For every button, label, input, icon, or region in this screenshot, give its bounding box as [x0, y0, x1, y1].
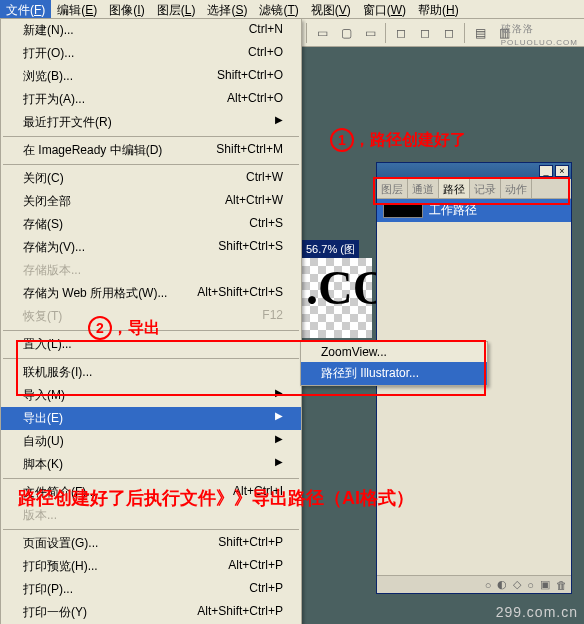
menu-item[interactable]: 打印预览(H)...Alt+Ctrl+P [1, 555, 301, 578]
menu-file[interactable]: 文件(F) [0, 0, 51, 18]
menu-item[interactable]: 页面设置(G)...Shift+Ctrl+P [1, 532, 301, 555]
menu-edit[interactable]: 编辑(E) [51, 0, 103, 18]
submenu-item[interactable]: ZoomView... [301, 342, 487, 362]
menu-shortcut: Shift+Ctrl+P [218, 535, 283, 552]
menu-item[interactable]: 打开(O)...Ctrl+O [1, 42, 301, 65]
menu-item-label: 打开(O)... [23, 45, 74, 62]
tool-btn-1[interactable]: ▭ [311, 22, 333, 44]
menu-select[interactable]: 选择(S) [201, 0, 253, 18]
footer-icon[interactable]: ○ [527, 579, 534, 591]
tool-btn-2[interactable]: ▢ [335, 22, 357, 44]
panel-footer: ○ ◐ ◇ ○ ▣ 🗑 [377, 575, 571, 593]
menu-item-label: 存储为(V)... [23, 239, 85, 256]
menu-item[interactable]: 打开为(A)...Alt+Ctrl+O [1, 88, 301, 111]
menu-item[interactable]: 存储为 Web 所用格式(W)...Alt+Shift+Ctrl+S [1, 282, 301, 305]
watermark-bottom: 299.com.cn [496, 604, 578, 620]
tool-btn-5[interactable]: ◻ [414, 22, 436, 44]
menu-shortcut: F12 [262, 308, 283, 325]
menu-filter[interactable]: 滤镜(T) [253, 0, 304, 18]
menu-window[interactable]: 窗口(W) [357, 0, 412, 18]
menu-shortcut: Alt+Ctrl+W [225, 193, 283, 210]
menu-item-label: 在 ImageReady 中编辑(D) [23, 142, 162, 159]
tool-btn-7[interactable]: ▤ [469, 22, 491, 44]
minimize-icon[interactable]: _ [539, 165, 553, 177]
menu-separator [3, 529, 299, 530]
close-icon[interactable]: × [555, 165, 569, 177]
tab-history[interactable]: 记录 [470, 179, 501, 198]
menu-item[interactable]: 联机服务(I)... [1, 361, 301, 384]
menu-item-label: 打印预览(H)... [23, 558, 98, 575]
menu-item[interactable]: 导入(M)▶ [1, 384, 301, 407]
menu-item-label: 自动(U) [23, 433, 64, 450]
menu-image[interactable]: 图像(I) [103, 0, 150, 18]
export-submenu: ZoomView...路径到 Illustrator... [300, 341, 488, 386]
path-item-label: 工作路径 [429, 202, 477, 219]
submenu-arrow-icon: ▶ [275, 387, 283, 404]
menu-item[interactable]: 浏览(B)...Shift+Ctrl+O [1, 65, 301, 88]
annotation-2: 2，导出 [88, 316, 160, 340]
tool-btn-3[interactable]: ▭ [359, 22, 381, 44]
menu-item-label: 恢复(T) [23, 308, 62, 325]
footer-icon[interactable]: ◐ [497, 578, 507, 591]
submenu-item-label: ZoomView... [321, 345, 387, 359]
menu-separator [3, 164, 299, 165]
menu-item[interactable]: 存储为(V)...Shift+Ctrl+S [1, 236, 301, 259]
submenu-arrow-icon: ▶ [275, 456, 283, 473]
menu-item-label: 页面设置(G)... [23, 535, 98, 552]
menu-item[interactable]: 打印一份(Y)Alt+Shift+Ctrl+P [1, 601, 301, 624]
tab-layers[interactable]: 图层 [377, 179, 408, 198]
toolbar-divider [306, 23, 307, 43]
menu-help[interactable]: 帮助(H) [412, 0, 465, 18]
menu-layer[interactable]: 图层(L) [151, 0, 202, 18]
watermark-top: 破洛洛POLUOLUO.COM [501, 22, 578, 47]
submenu-arrow-icon: ▶ [275, 410, 283, 427]
submenu-item[interactable]: 路径到 Illustrator... [301, 362, 487, 385]
menu-shortcut: Ctrl+P [249, 581, 283, 598]
panel-titlebar[interactable]: _ × [377, 163, 571, 179]
tab-actions[interactable]: 动作 [501, 179, 532, 198]
menu-item-label: 导出(E) [23, 410, 63, 427]
menu-separator [3, 478, 299, 479]
tab-paths[interactable]: 路径 [439, 179, 470, 198]
menu-item[interactable]: 新建(N)...Ctrl+N [1, 19, 301, 42]
menu-item-label: 打印一份(Y) [23, 604, 87, 621]
menu-item[interactable]: 脚本(K)▶ [1, 453, 301, 476]
menu-item[interactable]: 导出(E)▶ [1, 407, 301, 430]
menu-item-label: 脚本(K) [23, 456, 63, 473]
path-item-work-path[interactable]: 工作路径 [377, 199, 571, 222]
toolbar-divider [464, 23, 465, 43]
tool-btn-6[interactable]: ◻ [438, 22, 460, 44]
menu-shortcut: Ctrl+W [246, 170, 283, 187]
path-thumbnail [383, 204, 423, 218]
tab-channels[interactable]: 通道 [408, 179, 439, 198]
menu-item-label: 联机服务(I)... [23, 364, 92, 381]
menu-shortcut: Alt+Shift+Ctrl+S [197, 285, 283, 302]
menu-item-label: 打开为(A)... [23, 91, 85, 108]
menubar: 文件(F) 编辑(E) 图像(I) 图层(L) 选择(S) 滤镜(T) 视图(V… [0, 0, 584, 19]
submenu-item-label: 路径到 Illustrator... [321, 365, 419, 382]
menu-item[interactable]: 存储(S)Ctrl+S [1, 213, 301, 236]
trash-icon[interactable]: 🗑 [556, 579, 567, 591]
menu-item[interactable]: 最近打开文件(R)▶ [1, 111, 301, 134]
menu-shortcut: Ctrl+N [249, 22, 283, 39]
menu-item-label: 关闭全部 [23, 193, 71, 210]
menu-item[interactable]: 关闭全部Alt+Ctrl+W [1, 190, 301, 213]
menu-item-label: 存储版本... [23, 262, 81, 279]
new-path-icon[interactable]: ▣ [540, 578, 550, 591]
menu-view[interactable]: 视图(V) [305, 0, 357, 18]
menu-item-label: 存储为 Web 所用格式(W)... [23, 285, 167, 302]
menu-shortcut: Shift+Ctrl+O [217, 68, 283, 85]
menu-separator [3, 358, 299, 359]
menu-shortcut: Alt+Ctrl+O [227, 91, 283, 108]
menu-item[interactable]: 在 ImageReady 中编辑(D)Shift+Ctrl+M [1, 139, 301, 162]
menu-shortcut: Ctrl+O [248, 45, 283, 62]
menu-item: 存储版本... [1, 259, 301, 282]
tool-btn-4[interactable]: ◻ [390, 22, 412, 44]
footer-icon[interactable]: ○ [485, 579, 492, 591]
menu-item-label: 新建(N)... [23, 22, 74, 39]
document-title-fragment: 56.7% (图 [302, 240, 359, 259]
footer-icon[interactable]: ◇ [513, 578, 521, 591]
menu-item[interactable]: 自动(U)▶ [1, 430, 301, 453]
menu-item[interactable]: 关闭(C)Ctrl+W [1, 167, 301, 190]
menu-item[interactable]: 打印(P)...Ctrl+P [1, 578, 301, 601]
